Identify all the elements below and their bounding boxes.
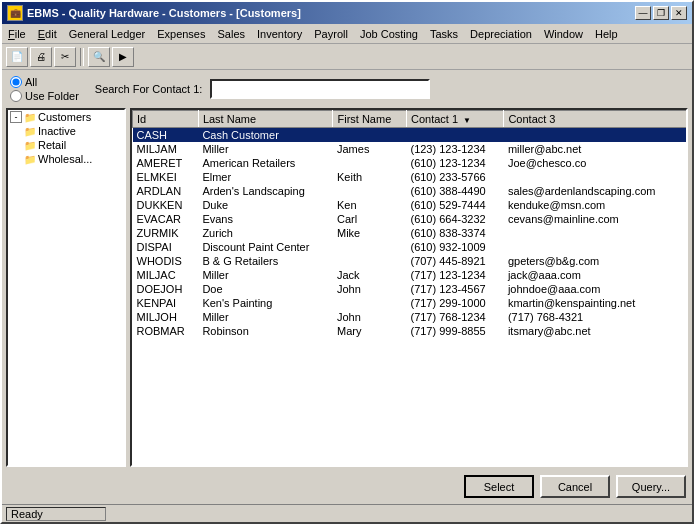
search-input[interactable] bbox=[210, 79, 430, 99]
table-cell bbox=[406, 128, 503, 143]
customers-table: Id Last Name First Name Contact 1 ▼ Cont… bbox=[132, 110, 686, 338]
table-cell: jack@aaa.com bbox=[504, 268, 686, 282]
menu-job-costing[interactable]: Job Costing bbox=[354, 26, 424, 42]
menu-depreciation[interactable]: Depreciation bbox=[464, 26, 538, 42]
table-row[interactable]: MILJACMillerJack(717) 123-1234jack@aaa.c… bbox=[133, 268, 687, 282]
table-cell bbox=[333, 156, 406, 170]
folder-icon-inactive: 📁 bbox=[24, 126, 36, 137]
col-header-firstname[interactable]: First Name bbox=[333, 111, 406, 128]
menu-edit[interactable]: Edit bbox=[32, 26, 63, 42]
restore-button[interactable]: ❐ bbox=[653, 6, 669, 20]
tree-root-label: Customers bbox=[38, 111, 91, 123]
cancel-button[interactable]: Cancel bbox=[540, 475, 610, 498]
radio-folder[interactable] bbox=[10, 90, 22, 102]
tree-expand-icon[interactable]: - bbox=[10, 111, 22, 123]
table-cell: Cash Customer bbox=[198, 128, 333, 143]
sort-arrow: ▼ bbox=[463, 116, 471, 125]
table-row[interactable]: CASHCash Customer bbox=[133, 128, 687, 143]
tree-item-retail[interactable]: 📁 Retail bbox=[8, 138, 124, 152]
table-row[interactable]: ZURMIKZurichMike(610) 838-3374 bbox=[133, 226, 687, 240]
tree-inactive-label: Inactive bbox=[38, 125, 76, 137]
table-cell: John bbox=[333, 310, 406, 324]
button-row: Select Cancel Query... bbox=[6, 471, 688, 500]
radio-all-label[interactable]: All bbox=[10, 76, 79, 88]
col-header-lastname[interactable]: Last Name bbox=[198, 111, 333, 128]
col-header-contact1[interactable]: Contact 1 ▼ bbox=[406, 111, 503, 128]
toolbar-btn-1[interactable]: 📄 bbox=[6, 47, 28, 67]
table-cell: Miller bbox=[198, 142, 333, 156]
table-cell: (610) 838-3374 bbox=[406, 226, 503, 240]
tree-panel[interactable]: - 📁 Customers 📁 Inactive 📁 Retail 📁 Whol… bbox=[6, 108, 126, 467]
table-row[interactable]: DUKKENDukeKen(610) 529-7444kenduke@msn.c… bbox=[133, 198, 687, 212]
col-header-contact3[interactable]: Contact 3 bbox=[504, 111, 686, 128]
table-cell: cevans@mainline.com bbox=[504, 212, 686, 226]
table-cell: CASH bbox=[133, 128, 199, 143]
table-row[interactable]: DOEJOHDoeJohn(717) 123-4567johndoe@aaa.c… bbox=[133, 282, 687, 296]
table-cell bbox=[333, 184, 406, 198]
toolbar-sep-1 bbox=[80, 48, 84, 66]
table-row[interactable]: MILJAMMillerJames(123) 123-1234miller@ab… bbox=[133, 142, 687, 156]
menu-expenses[interactable]: Expenses bbox=[151, 26, 211, 42]
title-buttons: — ❐ ✕ bbox=[635, 6, 687, 20]
toolbar: 📄 🖨 ✂ 🔍 ▶ bbox=[2, 44, 692, 70]
select-button[interactable]: Select bbox=[464, 475, 534, 498]
menu-file[interactable]: File bbox=[2, 26, 32, 42]
table-cell: (610) 932-1009 bbox=[406, 240, 503, 254]
table-row[interactable]: EVACAREvansCarl(610) 664-3232cevans@main… bbox=[133, 212, 687, 226]
table-cell: Doe bbox=[198, 282, 333, 296]
table-cell: EVACAR bbox=[133, 212, 199, 226]
table-row[interactable]: WHODISB & G Retailers(707) 445-8921gpete… bbox=[133, 254, 687, 268]
table-cell: (717) 299-1000 bbox=[406, 296, 503, 310]
table-row[interactable]: DISPAIDiscount Paint Center(610) 932-100… bbox=[133, 240, 687, 254]
tree-item-wholesale[interactable]: 📁 Wholesal... bbox=[8, 152, 124, 166]
menu-window[interactable]: Window bbox=[538, 26, 589, 42]
table-cell: DOEJOH bbox=[133, 282, 199, 296]
menu-general-ledger[interactable]: General Ledger bbox=[63, 26, 151, 42]
table-cell: Miller bbox=[198, 310, 333, 324]
menu-payroll[interactable]: Payroll bbox=[308, 26, 354, 42]
minimize-button[interactable]: — bbox=[635, 6, 651, 20]
toolbar-btn-5[interactable]: ▶ bbox=[112, 47, 134, 67]
table-row[interactable]: ELMKEIElmerKeith(610) 233-5766 bbox=[133, 170, 687, 184]
radio-all[interactable] bbox=[10, 76, 22, 88]
close-button[interactable]: ✕ bbox=[671, 6, 687, 20]
toolbar-btn-2[interactable]: 🖨 bbox=[30, 47, 52, 67]
table-row[interactable]: KENPAIKen's Painting(717) 299-1000kmarti… bbox=[133, 296, 687, 310]
table-cell bbox=[504, 128, 686, 143]
table-cell bbox=[333, 240, 406, 254]
table-cell: Keith bbox=[333, 170, 406, 184]
table-cell: (717) 768-4321 bbox=[504, 310, 686, 324]
table-cell: Zurich bbox=[198, 226, 333, 240]
menu-inventory[interactable]: Inventory bbox=[251, 26, 308, 42]
tree-item-inactive[interactable]: 📁 Inactive bbox=[8, 124, 124, 138]
table-container[interactable]: Id Last Name First Name Contact 1 ▼ Cont… bbox=[130, 108, 688, 467]
menu-tasks[interactable]: Tasks bbox=[424, 26, 464, 42]
table-cell bbox=[333, 254, 406, 268]
table-cell: ARDLAN bbox=[133, 184, 199, 198]
menu-sales[interactable]: Sales bbox=[211, 26, 251, 42]
toolbar-btn-3[interactable]: ✂ bbox=[54, 47, 76, 67]
search-label: Search For Contact 1: bbox=[95, 83, 203, 95]
radio-folder-label[interactable]: Use Folder bbox=[10, 90, 79, 102]
table-scroll[interactable]: Id Last Name First Name Contact 1 ▼ Cont… bbox=[132, 110, 686, 465]
query-button[interactable]: Query... bbox=[616, 475, 686, 498]
menu-help[interactable]: Help bbox=[589, 26, 624, 42]
folder-icon-retail: 📁 bbox=[24, 140, 36, 151]
status-text-panel: Ready bbox=[6, 507, 106, 521]
tree-root[interactable]: - 📁 Customers bbox=[8, 110, 124, 124]
table-cell: ELMKEI bbox=[133, 170, 199, 184]
main-window: 💼 EBMS - Quality Hardware - Customers - … bbox=[0, 0, 694, 524]
toolbar-btn-4[interactable]: 🔍 bbox=[88, 47, 110, 67]
table-cell: johndoe@aaa.com bbox=[504, 282, 686, 296]
table-cell: ZURMIK bbox=[133, 226, 199, 240]
table-cell: KENPAI bbox=[133, 296, 199, 310]
table-cell: WHODIS bbox=[133, 254, 199, 268]
table-row[interactable]: ARDLANArden's Landscaping(610) 388-4490s… bbox=[133, 184, 687, 198]
col-header-id[interactable]: Id bbox=[133, 111, 199, 128]
table-row[interactable]: ROBMARRobinsonMary(717) 999-8855itsmary@… bbox=[133, 324, 687, 338]
table-row[interactable]: MILJOHMillerJohn(717) 768-1234(717) 768-… bbox=[133, 310, 687, 324]
table-cell: miller@abc.net bbox=[504, 142, 686, 156]
table-panel: Id Last Name First Name Contact 1 ▼ Cont… bbox=[130, 108, 688, 467]
table-cell bbox=[504, 170, 686, 184]
table-row[interactable]: AMERETAmerican Retailers(610) 123-1234Jo… bbox=[133, 156, 687, 170]
